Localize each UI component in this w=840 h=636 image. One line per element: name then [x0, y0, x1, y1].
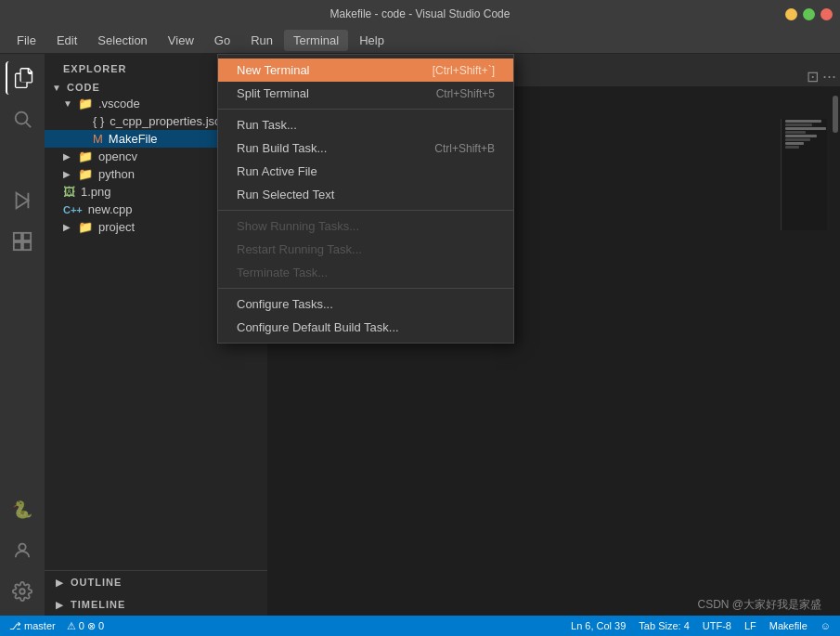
menu-run[interactable]: Run [241, 30, 282, 51]
menu-entry-run-selected-text[interactable]: Run Selected Text [218, 183, 513, 206]
svg-rect-6 [14, 242, 21, 250]
menu-entry-configure-default-build[interactable]: Configure Default Build Task... [218, 316, 513, 339]
menu-help[interactable]: Help [350, 30, 394, 51]
terminate-task-label: Terminate Task... [237, 266, 328, 279]
outline-label: OUTLINE [71, 577, 122, 588]
activity-search[interactable] [6, 102, 39, 136]
menu-entry-restart-running-task: Restart Running Task... [218, 238, 513, 261]
chevron-down-icon: ▼ [52, 83, 63, 93]
minimap-line [785, 120, 821, 123]
menu-edit[interactable]: Edit [47, 30, 86, 51]
chevron-right-icon-project: ▶ [63, 222, 74, 232]
code-folder-label: CODE [67, 82, 100, 93]
menu-view[interactable]: View [159, 30, 203, 51]
cpp-file-label: new.cpp [88, 202, 133, 216]
svg-point-0 [16, 112, 28, 124]
minimap-line [785, 127, 826, 130]
titlebar: Makefile - code - Visual Studio Code [0, 0, 840, 28]
python-folder-label: python [98, 167, 135, 181]
menu-file[interactable]: File [7, 30, 45, 51]
split-terminal-shortcut: Ctrl+Shift+5 [436, 87, 495, 100]
activity-explorer[interactable] [6, 61, 39, 95]
maximize-button[interactable] [803, 8, 815, 20]
restart-running-task-label: Restart Running Task... [237, 242, 362, 256]
menu-entry-show-running-tasks: Show Running Tasks... [218, 214, 513, 238]
scrollbar[interactable] [827, 86, 840, 616]
image-file-icon: 🖼 [63, 185, 75, 199]
window-controls [785, 8, 833, 20]
more-actions-icon[interactable]: ··· [822, 67, 836, 86]
makefile-file-icon: M [93, 132, 103, 146]
minimap-line [785, 131, 806, 134]
status-feedback[interactable]: ☺ [821, 620, 831, 631]
opencv-folder-label: opencv [98, 149, 137, 163]
sidebar-bottom-sections: ▶ OUTLINE ▶ TIMELINE [45, 570, 267, 616]
chevron-right-icon-python: ▶ [63, 169, 74, 179]
activity-bar: 🐍 [0, 54, 45, 616]
png-file-label: 1.png [81, 185, 111, 199]
status-position[interactable]: Ln 6, Col 39 [571, 620, 626, 631]
menu-separator-3 [218, 288, 513, 289]
menu-entry-split-terminal[interactable]: Split Terminal Ctrl+Shift+5 [218, 82, 513, 105]
statusbar: ⎇ master ⚠ 0 ⊗ 0 Ln 6, Col 39 Tab Size: … [0, 616, 840, 636]
svg-rect-5 [23, 233, 31, 240]
svg-point-8 [19, 544, 25, 551]
minimap-line [785, 146, 799, 149]
status-errors[interactable]: ⚠ 0 ⊗ 0 [67, 620, 104, 632]
folder-icon-vscode: 📁 [78, 97, 93, 110]
outline-section-header[interactable]: ▶ OUTLINE [45, 571, 267, 593]
activity-account[interactable] [6, 534, 39, 567]
minimap-line [785, 123, 812, 126]
configure-tasks-label: Configure Tasks... [237, 297, 333, 311]
activity-source-control[interactable] [6, 143, 39, 176]
status-branch[interactable]: ⎇ master [9, 620, 56, 632]
menu-entry-new-terminal[interactable]: New Terminal [Ctrl+Shift+`] [218, 58, 513, 82]
status-eol[interactable]: LF [744, 620, 756, 631]
menu-entry-terminate-task: Terminate Task... [218, 261, 513, 284]
project-folder-label: project [98, 220, 135, 234]
menu-entry-run-active-file[interactable]: Run Active File [218, 160, 513, 183]
menu-entry-run-task[interactable]: Run Task... [218, 113, 513, 136]
split-editor-icon[interactable]: ⊡ [807, 68, 819, 85]
activity-python[interactable]: 🐍 [6, 493, 39, 526]
split-terminal-label: Split Terminal [237, 86, 309, 100]
folder-icon-opencv: 📁 [78, 149, 93, 163]
timeline-section-header[interactable]: ▶ TIMELINE [45, 593, 267, 616]
svg-line-1 [26, 123, 31, 127]
run-active-file-label: Run Active File [237, 164, 317, 178]
minimize-button[interactable] [785, 8, 797, 20]
window-title: Makefile - code - Visual Studio Code [330, 7, 510, 20]
activity-extensions[interactable] [6, 225, 39, 258]
run-build-task-shortcut: Ctrl+Shift+B [434, 142, 495, 155]
makefile-label: MakeFile [109, 132, 158, 146]
show-running-tasks-label: Show Running Tasks... [237, 219, 359, 233]
menubar: File Edit Selection View Go Run Terminal… [0, 28, 840, 54]
scrollbar-thumb[interactable] [833, 96, 838, 133]
activity-settings[interactable] [6, 575, 39, 608]
menu-entry-configure-tasks[interactable]: Configure Tasks... [218, 292, 513, 316]
menu-entry-run-build-task[interactable]: Run Build Task... Ctrl+Shift+B [218, 136, 513, 160]
svg-point-9 [19, 589, 25, 594]
c-cpp-file-label: c_cpp_properties.json [110, 114, 227, 128]
terminal-dropdown-menu: New Terminal [Ctrl+Shift+`] Split Termin… [217, 54, 514, 344]
minimap-line [785, 138, 810, 141]
menu-selection[interactable]: Selection [88, 30, 156, 51]
activity-run[interactable] [6, 184, 39, 217]
minimap-line [785, 142, 804, 145]
status-encoding[interactable]: UTF-8 [703, 620, 731, 631]
menu-terminal[interactable]: Terminal [284, 30, 348, 51]
json-file-icon: { } [93, 114, 104, 128]
chevron-right-icon-timeline: ▶ [56, 600, 67, 610]
chevron-right-icon-opencv: ▶ [63, 151, 74, 162]
chevron-right-icon-outline: ▶ [56, 578, 67, 588]
activity-bottom: 🐍 [6, 493, 39, 616]
vscode-folder-label: .vscode [98, 97, 140, 110]
status-language[interactable]: Makefile [769, 620, 808, 631]
minimap [781, 119, 827, 230]
close-button[interactable] [821, 8, 833, 20]
status-tabsize[interactable]: Tab Size: 4 [639, 620, 689, 631]
run-task-label: Run Task... [237, 118, 297, 132]
menu-separator-2 [218, 210, 513, 211]
editor-actions: ⊡ ··· [807, 67, 840, 86]
menu-go[interactable]: Go [205, 30, 239, 51]
